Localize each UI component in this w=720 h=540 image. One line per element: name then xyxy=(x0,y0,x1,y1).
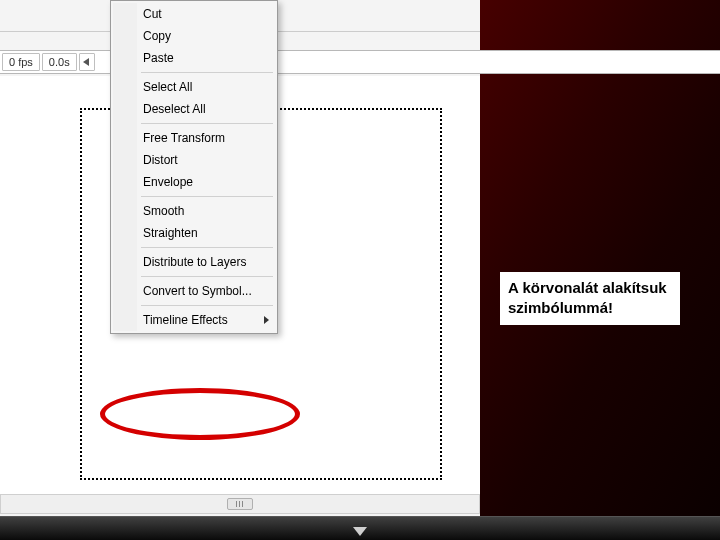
slide-background-gradient xyxy=(460,0,720,540)
menu-label: Envelope xyxy=(143,175,193,189)
menu-label: Copy xyxy=(143,29,171,43)
menu-item-smooth[interactable]: Smooth xyxy=(113,200,275,222)
menu-separator xyxy=(113,302,275,309)
menu-item-convert-to-symbol[interactable]: Convert to Symbol... xyxy=(113,280,275,302)
menu-label: Convert to Symbol... xyxy=(143,284,252,298)
menu-label: Straighten xyxy=(143,226,198,240)
timeline-fps-cell[interactable]: 0 fps xyxy=(2,53,40,71)
timeline-strip: 0 fps 0.0s xyxy=(0,50,720,74)
timeline-time-cell[interactable]: 0.0s xyxy=(42,53,77,71)
menu-item-timeline-effects[interactable]: Timeline Effects xyxy=(113,309,275,331)
menu-item-envelope[interactable]: Envelope xyxy=(113,171,275,193)
menu-item-distribute-to-layers[interactable]: Distribute to Layers xyxy=(113,251,275,273)
chevron-right-icon xyxy=(264,316,269,324)
menu-label: Distribute to Layers xyxy=(143,255,246,269)
horizontal-scrollbar[interactable] xyxy=(0,494,480,514)
svg-marker-0 xyxy=(83,58,89,66)
menu-item-copy[interactable]: Copy xyxy=(113,25,275,47)
menu-label: Timeline Effects xyxy=(143,313,228,327)
menu-label: Cut xyxy=(143,7,162,21)
menu-separator xyxy=(113,120,275,127)
menu-item-select-all[interactable]: Select All xyxy=(113,76,275,98)
timeline-rewind-button[interactable] xyxy=(79,53,95,71)
menu-item-paste[interactable]: Paste xyxy=(113,47,275,69)
context-menu: Cut Copy Paste Select All Deselect All F… xyxy=(110,0,278,334)
menu-label: Distort xyxy=(143,153,178,167)
menu-label: Free Transform xyxy=(143,131,225,145)
caption-text: A körvonalát alakítsuk szimbólummá! xyxy=(508,279,667,316)
scrollbar-thumb[interactable] xyxy=(227,498,253,510)
menu-item-deselect-all[interactable]: Deselect All xyxy=(113,98,275,120)
menu-item-distort[interactable]: Distort xyxy=(113,149,275,171)
annotation-caption: A körvonalát alakítsuk szimbólummá! xyxy=(500,272,680,325)
menu-separator xyxy=(113,273,275,280)
menu-label: Paste xyxy=(143,51,174,65)
presentation-bottom-bar xyxy=(0,516,720,540)
menu-item-free-transform[interactable]: Free Transform xyxy=(113,127,275,149)
menu-label: Deselect All xyxy=(143,102,206,116)
chevron-down-icon xyxy=(353,527,367,536)
menu-separator xyxy=(113,244,275,251)
menu-separator xyxy=(113,69,275,76)
menu-separator xyxy=(113,193,275,200)
menu-item-cut[interactable]: Cut xyxy=(113,3,275,25)
menu-label: Select All xyxy=(143,80,192,94)
menu-item-straighten[interactable]: Straighten xyxy=(113,222,275,244)
menu-label: Smooth xyxy=(143,204,184,218)
